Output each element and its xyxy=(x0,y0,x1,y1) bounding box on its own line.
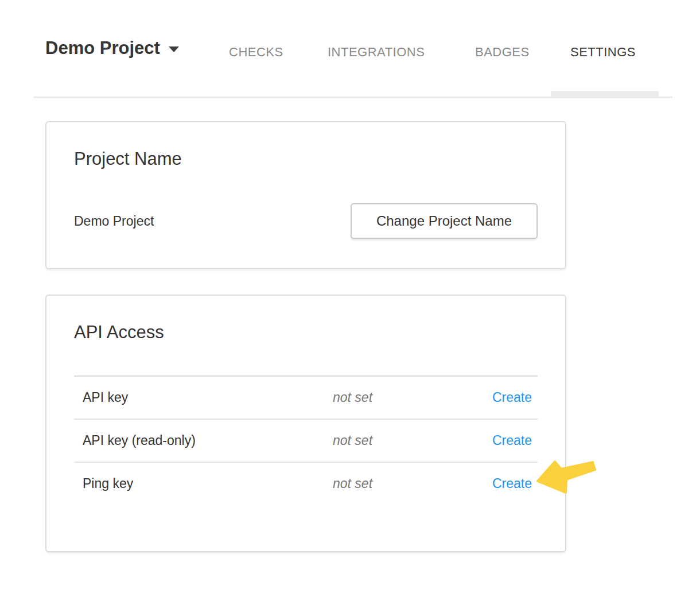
current-project-name: Demo Project xyxy=(74,214,154,229)
ping-key-value: not set xyxy=(333,476,448,491)
settings-page: { "header": { "project_switcher": { "lab… xyxy=(0,0,700,608)
project-switcher-dropdown[interactable]: Demo Project xyxy=(45,38,179,59)
project-name-card: Project Name Demo Project Change Project… xyxy=(45,121,566,269)
table-row-api-key: API key not set Create xyxy=(74,377,538,420)
change-project-name-button[interactable]: Change Project Name xyxy=(351,203,538,239)
tab-settings[interactable]: SETTINGS xyxy=(570,45,636,60)
table-row-ping-key: Ping key not set Create xyxy=(74,463,538,505)
ping-key-action-cell: Create xyxy=(448,476,538,491)
caret-down-icon xyxy=(169,47,179,52)
api-keys-table: API key not set Create API key (read-onl… xyxy=(74,375,538,505)
project-name-row: Demo Project Change Project Name xyxy=(74,203,538,239)
header-divider xyxy=(34,96,672,98)
project-name-card-title: Project Name xyxy=(46,122,565,169)
api-access-card: API Access API key not set Create API ke… xyxy=(45,295,566,552)
api-key-label: API key xyxy=(74,390,333,405)
api-key-action-cell: Create xyxy=(448,390,538,405)
create-api-key-link[interactable]: Create xyxy=(492,390,532,405)
tab-integrations[interactable]: INTEGRATIONS xyxy=(328,45,425,60)
tab-badges[interactable]: BADGES xyxy=(475,45,530,60)
tab-checks[interactable]: CHECKS xyxy=(229,45,283,60)
api-key-read-only-value: not set xyxy=(333,433,448,448)
create-read-only-api-key-link[interactable]: Create xyxy=(492,433,532,448)
api-key-read-only-label: API key (read-only) xyxy=(74,433,333,448)
ping-key-label: Ping key xyxy=(74,476,333,491)
table-row-api-key-read-only: API key (read-only) not set Create xyxy=(74,420,538,463)
api-key-value: not set xyxy=(333,390,448,405)
api-access-card-title: API Access xyxy=(46,296,565,343)
create-ping-key-link[interactable]: Create xyxy=(492,476,532,491)
project-title: Demo Project xyxy=(45,38,160,59)
api-key-read-only-action-cell: Create xyxy=(448,433,538,448)
